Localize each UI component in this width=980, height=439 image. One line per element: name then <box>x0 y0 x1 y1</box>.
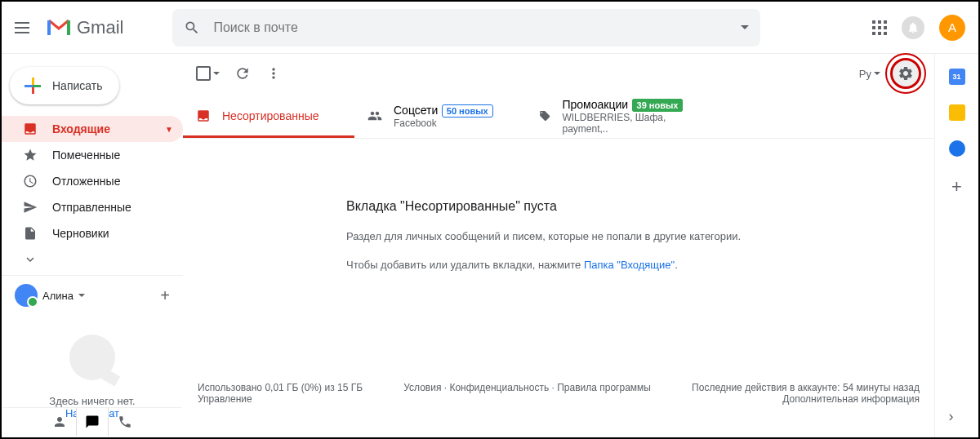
badge: 39 новых <box>632 99 684 112</box>
google-apps-icon[interactable] <box>872 20 887 35</box>
sidebar-item-snoozed[interactable]: Отложенные <box>2 168 183 194</box>
people-icon <box>368 109 382 123</box>
badge: 50 новых <box>442 104 493 118</box>
empty-state: Вкладка "Несортированные" пуста Раздел д… <box>183 139 934 304</box>
search-input[interactable] <box>213 20 741 35</box>
tab-primary[interactable]: Несортированные <box>183 93 354 138</box>
chevron-down-icon <box>23 252 38 267</box>
more-icon[interactable] <box>265 65 282 82</box>
clock-icon <box>23 174 38 188</box>
plus-icon <box>24 78 41 94</box>
inbox-icon <box>23 122 38 136</box>
hangouts-chat-icon[interactable] <box>76 408 109 436</box>
empty-hint: Чтобы добавить или удалить вкладки, нажм… <box>346 259 902 271</box>
hangouts-user[interactable]: Алина + <box>8 281 176 310</box>
chevron-down-icon <box>78 294 85 297</box>
checkbox-icon <box>196 66 211 81</box>
empty-desc: Раздел для личных сообщений и писем, кот… <box>346 230 902 242</box>
select-all[interactable] <box>196 66 220 81</box>
privacy-link[interactable]: Конфиденциальность <box>449 382 549 393</box>
chevron-down-icon <box>874 72 880 75</box>
sidebar-item-starred[interactable]: Помеченные <box>2 142 183 168</box>
gmail-logo[interactable]: Gmail <box>47 17 123 38</box>
tasks-icon[interactable] <box>949 140 965 157</box>
settings-button[interactable] <box>890 58 921 89</box>
account-avatar[interactable]: А <box>939 15 965 41</box>
expand-icon[interactable]: ▼ <box>165 125 173 134</box>
inbox-settings-link[interactable]: Папка "Входящие" <box>584 259 675 271</box>
activity-text: Последние действия в аккаунте: 54 минуты… <box>692 382 920 393</box>
tag-icon <box>539 109 550 123</box>
send-icon <box>23 200 38 215</box>
search-icon <box>184 20 200 36</box>
activity-details-link[interactable]: Дополнительная информация <box>782 393 920 405</box>
notifications-icon[interactable] <box>902 16 924 39</box>
refresh-icon[interactable] <box>234 65 251 82</box>
sidebar-item-inbox[interactable]: Входящие ▼ <box>2 116 183 142</box>
hangouts-tabs <box>3 407 181 436</box>
policies-link[interactable]: Правила программы <box>557 382 651 393</box>
chat-bubble-icon <box>69 335 115 380</box>
search-box[interactable] <box>172 9 760 47</box>
search-options-dropdown-icon[interactable] <box>741 25 749 29</box>
chevron-down-icon <box>213 72 220 75</box>
storage-text: Использовано 0,01 ГБ (0%) из 15 ГБ <box>198 382 363 393</box>
menu-icon[interactable] <box>15 18 34 38</box>
category-tabs: Несортированные Соцсети 50 новых Faceboo… <box>183 93 934 139</box>
gmail-m-icon <box>47 19 70 37</box>
storage-manage-link[interactable]: Управление <box>198 393 252 405</box>
compose-button[interactable]: Написать <box>10 67 119 104</box>
brand-text: Gmail <box>77 17 123 38</box>
sidebar: Написать Входящие ▼ Помеченные Отложенны… <box>2 54 183 437</box>
add-addon-icon[interactable]: + <box>951 176 962 197</box>
sidebar-item-sent[interactable]: Отправленные <box>2 194 183 220</box>
toolbar: Ру <box>183 54 934 93</box>
header: Gmail А <box>2 2 978 54</box>
new-chat-icon[interactable]: + <box>160 286 170 305</box>
star-icon <box>23 148 38 162</box>
hangouts-avatar <box>15 284 38 307</box>
empty-title: Вкладка "Несортированные" пуста <box>346 199 902 214</box>
inbox-icon <box>196 109 211 123</box>
main-area: Ру Несортированные Соцсети 50 новых Face… <box>183 54 934 437</box>
compose-label: Написать <box>52 79 102 92</box>
keep-icon[interactable] <box>949 104 965 121</box>
gear-icon <box>898 65 914 82</box>
calendar-icon[interactable]: 31 <box>949 69 965 85</box>
footer: Использовано 0,01 ГБ (0%) из 15 ГБ Управ… <box>183 369 934 437</box>
sidebar-item-more[interactable] <box>2 246 183 273</box>
tab-promotions[interactable]: Промоакции 39 новых WILDBERRIES, Шафа, p… <box>526 93 697 138</box>
hangouts-contacts-icon[interactable] <box>43 408 76 436</box>
sidebar-item-drafts[interactable]: Черновики <box>2 220 183 246</box>
side-panel: 31 + › <box>934 54 978 437</box>
input-language-button[interactable]: Ру <box>859 68 880 80</box>
tab-social[interactable]: Соцсети 50 новых Facebook <box>354 93 526 138</box>
terms-link[interactable]: Условия <box>403 382 441 393</box>
draft-icon <box>23 226 38 241</box>
hangouts-phone-icon[interactable] <box>109 408 141 436</box>
collapse-panel-icon[interactable]: › <box>949 408 965 424</box>
